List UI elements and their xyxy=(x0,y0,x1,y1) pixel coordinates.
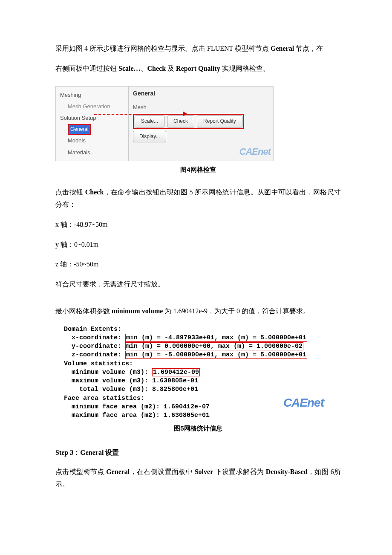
console-line: z-coordinate: xyxy=(64,351,125,358)
text: 右侧面板中通过按钮 xyxy=(55,65,118,72)
figure-4-ui: Meshing Mesh Generation Solution Setup G… xyxy=(55,86,274,162)
paragraph-1: 采用如图 4 所示步骤进行网格的检查与显示。点击 FLUENT 模型树节点 Ge… xyxy=(55,43,341,55)
term-scale: Scale… xyxy=(118,65,141,72)
console-line: maximum volume (m3): 1.630805e-01 xyxy=(64,377,198,384)
paragraph-3: 点击按钮 Check，在命令输出按钮出现如图 5 所示网格统计信息。从图中可以看… xyxy=(55,186,341,211)
paragraph-8: 最小网格体积参数 minimum volume 为 1.690412e-9，为大… xyxy=(55,305,341,318)
paragraph-6: z 轴：-50~50m xyxy=(55,258,341,271)
console-line: Volume statistics: xyxy=(64,360,133,367)
console-line: minimum volume (m3): xyxy=(64,369,152,376)
text: 节点，在 xyxy=(294,45,323,52)
display-button[interactable]: Display... xyxy=(133,131,166,143)
text: 为 1.690412e-9，为大于 0 的值，符合计算要求。 xyxy=(163,307,309,315)
text: 及 xyxy=(166,65,176,72)
panel-sub-mesh: Mesh xyxy=(133,102,271,112)
z-extent-highlight: min (m) = -5.000000e+01, max (m) = 5.000… xyxy=(125,351,307,359)
y-extent-highlight: min (m) = 0.000000e+00, max (m) = 1.0000… xyxy=(125,342,303,350)
paragraph-9: 点击模型树节点 General，在右侧设置面板中 Solver 下设置求解器为 … xyxy=(55,466,341,491)
report-quality-button[interactable]: Report Quality xyxy=(197,116,242,127)
text: 下设置求解器为 xyxy=(213,468,266,475)
text: 、 xyxy=(141,65,147,72)
tree-models: Models xyxy=(60,135,128,146)
check-button[interactable]: Check xyxy=(167,116,194,127)
tree-general-node[interactable]: General xyxy=(68,124,91,135)
tree-materials: Materials xyxy=(60,147,128,158)
text: 最小网格体积参数 xyxy=(55,307,112,315)
text: ，在右侧设置面板中 xyxy=(130,468,194,475)
console-line: Domain Extents: xyxy=(64,326,121,333)
general-panel: General Mesh Scale... Check Report Quali… xyxy=(128,87,273,161)
term-general: General xyxy=(271,45,294,52)
console-line: Face area statistics: xyxy=(64,395,144,402)
text: 采用如图 4 所示步骤进行网格的检查与显示。点击 FLUENT 模型树节点 xyxy=(55,45,271,52)
paragraph-5: y 轴：0~0.01m xyxy=(55,239,341,251)
console-line: total volume (m3): 8.825800e+01 xyxy=(64,386,198,393)
paragraph-2: 右侧面板中通过按钮 Scale…、Check 及 Report Quality … xyxy=(55,63,341,75)
text: 实现网格检查。 xyxy=(220,65,270,72)
console-line: minimum face area (m2): 1.690412e-07 xyxy=(64,403,210,410)
tree-meshing: Meshing xyxy=(60,89,128,101)
watermark-icon: CAEnet xyxy=(239,143,271,160)
x-extent-highlight: min (m) = -4.897933e+01, max (m) = 5.000… xyxy=(125,334,307,342)
tree-panel: Meshing Mesh Generation Solution Setup G… xyxy=(56,87,128,161)
console-line: x-coordinate: xyxy=(64,334,125,341)
term-solver: Solver xyxy=(195,468,213,475)
term-general: General xyxy=(106,468,130,475)
paragraph-4: x 轴：-48.97~50m xyxy=(55,219,341,231)
scale-button[interactable]: Scale... xyxy=(135,116,164,127)
figure-5-caption: 图5网格统计信息 xyxy=(55,422,341,434)
highlighted-buttons: Scale... Check Report Quality xyxy=(133,114,244,129)
term-density-based: Density-Based xyxy=(266,468,308,475)
figure-4-caption: 图4网格检查 xyxy=(55,164,341,175)
term-report-quality: Report Quality xyxy=(176,65,220,72)
watermark-icon: CAEnet xyxy=(283,395,324,411)
step-3-heading: Step 3：General 设置 xyxy=(55,447,341,459)
console-line: y-coordinate: xyxy=(64,343,125,350)
console-line: maximum face area (m2): 1.630805e+01 xyxy=(64,412,210,419)
min-volume-highlight: 1.690412e-09 xyxy=(152,368,200,376)
panel-title: General xyxy=(133,88,271,100)
term-min-volume: minimum volume xyxy=(112,307,163,315)
text: 点击模型树节点 xyxy=(55,468,106,475)
paragraph-7: 符合尺寸要求，无需进行尺寸缩放。 xyxy=(55,278,341,291)
text: 点击按钮 xyxy=(55,188,85,196)
term-check: Check xyxy=(85,188,104,196)
tree-mesh-generation: Mesh Generation xyxy=(60,101,128,112)
document-page: 采用如图 4 所示步骤进行网格的检查与显示。点击 FLUENT 模型树节点 Ge… xyxy=(0,0,392,524)
term-check: Check xyxy=(147,65,166,72)
figure-5-console: Domain Extents: x-coordinate: min (m) = … xyxy=(64,325,341,420)
